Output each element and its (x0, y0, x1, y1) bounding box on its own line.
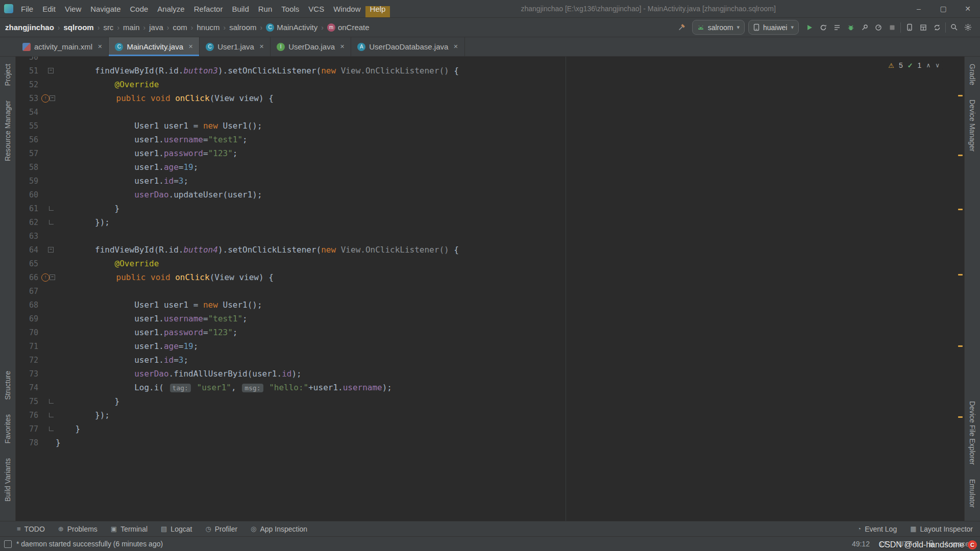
breadcrumb-hnucm[interactable]: hnucm (197, 23, 219, 32)
fold-end-icon[interactable] (49, 220, 54, 224)
tool-window-button-favorites[interactable]: Favorites (4, 414, 12, 444)
attach-debugger-button[interactable] (857, 20, 871, 34)
menu-help[interactable]: Help (365, 1, 390, 17)
close-tab-icon[interactable]: ✕ (340, 43, 345, 50)
fold-end-icon[interactable] (49, 413, 54, 417)
gutter-markers (38, 133, 56, 146)
code-editor[interactable]: 5051− findViewById(R.id.button3).setOnCl… (16, 57, 964, 521)
breadcrumb-oncreate[interactable]: monCreate (327, 23, 370, 32)
breadcrumb-mainactivity[interactable]: CMainActivity (266, 23, 317, 32)
menu-build[interactable]: Build (227, 1, 253, 17)
tool-window-button-gradle[interactable]: Gradle (968, 64, 976, 85)
tool-window-button-app-inspection[interactable]: ◎App Inspection (251, 525, 307, 533)
search-button[interactable] (947, 20, 961, 34)
debug-button[interactable] (844, 20, 857, 34)
gutter-markers (38, 312, 56, 325)
breadcrumb-zhangjinchao[interactable]: zhangjinchao (5, 23, 54, 32)
menu-edit[interactable]: Edit (38, 1, 60, 17)
warning-stripe-mark[interactable] (958, 209, 963, 210)
status-widget-icon[interactable] (4, 540, 12, 548)
close-tab-icon[interactable]: ✕ (453, 43, 458, 50)
prev-warning-button[interactable]: ∧ (926, 62, 930, 69)
gradle-sync-button[interactable] (930, 20, 944, 34)
tool-window-button-structure[interactable]: Structure (4, 371, 12, 400)
stop-button[interactable] (885, 20, 899, 34)
close-tab-icon[interactable]: ✕ (259, 43, 264, 50)
device-select[interactable]: huaiwei ▾ (748, 20, 799, 35)
profiler-button[interactable] (871, 20, 885, 34)
next-warning-button[interactable]: ∨ (935, 62, 940, 69)
menu-file[interactable]: File (16, 1, 38, 17)
tool-window-button-terminal[interactable]: ▣Terminal (111, 525, 148, 533)
maximize-button[interactable]: ▢ (931, 0, 955, 17)
tool-window-button-emulator[interactable]: Emulator (968, 479, 976, 508)
tab-activity-main-xml[interactable]: activity_main.xml✕ (16, 37, 109, 56)
breadcrumb-main[interactable]: main (123, 23, 140, 32)
menu-run[interactable]: Run (254, 1, 277, 17)
fold-collapse-icon[interactable]: − (48, 68, 54, 73)
tool-window-button-logcat[interactable]: ▤Logcat (161, 525, 192, 533)
fold-collapse-icon[interactable]: − (48, 247, 54, 253)
device-manager-button[interactable] (902, 20, 916, 34)
build-hammer-button[interactable] (675, 20, 689, 34)
menu-tools[interactable]: Tools (277, 1, 304, 17)
fold-end-icon[interactable] (49, 399, 54, 404)
warning-stripe-mark[interactable] (958, 95, 963, 96)
line-number: 73 (16, 369, 38, 379)
menu-navigate[interactable]: Navigate (86, 1, 125, 17)
tool-window-button-profiler[interactable]: ◷Profiler (205, 525, 237, 533)
close-tab-icon[interactable]: ✕ (188, 43, 193, 50)
close-tab-icon[interactable]: ✕ (97, 43, 102, 50)
breadcrumb-java[interactable]: java (149, 23, 163, 32)
breadcrumb-src[interactable]: src (103, 23, 113, 32)
menu-view[interactable]: View (60, 1, 86, 17)
settings-button[interactable] (961, 20, 975, 34)
apply-changes-button[interactable] (816, 20, 830, 34)
warning-stripe-mark[interactable] (958, 274, 963, 276)
inspection-widget[interactable]: ⚠ 5 ✓ 1 ∧ ∨ (885, 60, 943, 70)
overriding-method-icon[interactable]: ↑ (41, 94, 50, 103)
tab-mainactivity-java[interactable]: CMainActivity.java✕ (109, 37, 200, 56)
right-margin-guide (566, 57, 566, 521)
tool-window-button-build-variants[interactable]: Build Variants (4, 458, 12, 502)
run-configuration-select[interactable]: salroom ▾ (692, 20, 745, 35)
tool-window-button-resource-manager[interactable]: Resource Manager (4, 101, 12, 161)
main-area: ProjectResource Manager StructureFavorit… (0, 57, 980, 521)
fold-collapse-icon[interactable]: − (50, 95, 55, 101)
tool-window-button-device-file-explorer[interactable]: Device File Explorer (968, 401, 976, 465)
tool-window-button-layout-inspector[interactable]: ▦Layout Inspector (910, 525, 973, 533)
gutter-markers: ↑− (38, 91, 57, 105)
tool-window-button-device-manager[interactable]: Device Manager (968, 99, 976, 152)
warning-stripe-mark[interactable] (958, 345, 963, 347)
minimize-button[interactable]: – (906, 0, 931, 17)
menu-vcs[interactable]: VCS (304, 1, 329, 17)
breadcrumb-sqlroom[interactable]: sqlroom (64, 23, 94, 32)
tool-window-button-event-log[interactable]: ◔Event Log (857, 525, 897, 533)
caret-position[interactable]: 49:12 (852, 540, 870, 548)
breadcrumb-com[interactable]: com (173, 23, 187, 32)
tool-window-button-todo[interactable]: ≡TODO (17, 525, 45, 533)
fold-end-icon[interactable] (49, 206, 54, 211)
run-button[interactable] (802, 20, 816, 34)
menu-code[interactable]: Code (125, 1, 153, 17)
run-coverage-button[interactable] (830, 20, 844, 34)
warning-stripe-mark[interactable] (958, 155, 963, 156)
code-text: userDao.updateUser(user1); (56, 190, 262, 199)
tab-user1-java[interactable]: CUser1.java✕ (200, 37, 271, 56)
overriding-method-icon[interactable]: ↑ (41, 273, 50, 282)
layout-inspector-button[interactable] (916, 20, 930, 34)
tab-userdaodatabase-java[interactable]: AUserDaoDatabase.java✕ (351, 37, 464, 56)
fold-collapse-icon[interactable]: − (50, 274, 55, 280)
close-button[interactable]: ✕ (955, 0, 980, 17)
breadcrumb-salroom[interactable]: salroom (229, 23, 256, 32)
menu-analyze[interactable]: Analyze (153, 1, 189, 17)
tool-window-button-project[interactable]: Project (4, 64, 12, 86)
warning-stripe-mark[interactable] (958, 416, 963, 418)
menu-window[interactable]: Window (329, 1, 365, 17)
tab-userdao-java[interactable]: IUserDao.java✕ (271, 37, 351, 56)
fold-end-icon[interactable] (49, 427, 54, 431)
line-number: 58 (16, 163, 38, 172)
tool-window-button-problems[interactable]: ⊕Problems (58, 525, 97, 533)
gutter-markers (38, 119, 56, 133)
menu-refactor[interactable]: Refactor (189, 1, 228, 17)
